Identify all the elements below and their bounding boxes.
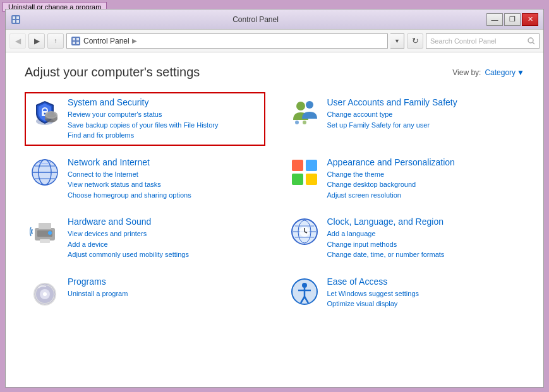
user-accounts-title[interactable]: User Accounts and Family Safety: [327, 97, 520, 107]
svg-point-19: [296, 102, 305, 110]
svg-rect-2: [16, 16, 19, 19]
panel-programs[interactable]: Programs Uninstall a program: [25, 271, 265, 314]
ease-access-link-2[interactable]: Optimize visual display: [327, 299, 520, 309]
hardware-link-1[interactable]: View devices and printers: [68, 229, 260, 239]
network-icon: [30, 157, 60, 187]
search-box[interactable]: Search Control Panel: [426, 33, 540, 49]
window-controls: — ❐ ✕: [486, 13, 538, 26]
clock-link-3[interactable]: Change date, time, or number formats: [327, 249, 520, 260]
ease-access-icon: [289, 276, 320, 307]
user-accounts-icon: [289, 97, 320, 128]
svg-point-18: [46, 112, 56, 117]
address-bar: ◀ ▶ ↑ Control Panel ▶ ▼ ↻ Search Control…: [6, 30, 543, 52]
panel-user-accounts[interactable]: User Accounts and Family Safety Change a…: [284, 92, 525, 146]
svg-rect-4: [16, 20, 19, 23]
control-panel-window: Control Panel — ❐ ✕ ◀ ▶ ↑ Control Panel …: [5, 9, 544, 388]
svg-point-56: [302, 283, 307, 288]
svg-rect-6: [73, 38, 75, 40]
refresh-button[interactable]: ↻: [407, 33, 423, 49]
appearance-link-3[interactable]: Adjust screen resolution: [327, 190, 520, 201]
ease-access-title[interactable]: Ease of Access: [327, 276, 520, 287]
appearance-icon: [289, 157, 320, 187]
system-security-title[interactable]: System and Security: [68, 97, 260, 107]
address-dropdown[interactable]: ▼: [390, 33, 404, 49]
svg-point-20: [306, 101, 313, 109]
svg-point-38: [48, 231, 52, 235]
hardware-title[interactable]: Hardware and Sound: [68, 217, 260, 227]
address-field[interactable]: Control Panel ▶: [66, 33, 388, 49]
window-title: Control Panel: [25, 15, 486, 24]
page-header: Adjust your computer's settings View by:…: [25, 65, 524, 80]
panel-network[interactable]: Network and Internet Connect to the Inte…: [25, 152, 265, 206]
page-title: Adjust your computer's settings: [25, 65, 200, 80]
clock-info: Clock, Language, and Region Add a langua…: [327, 217, 520, 260]
system-security-link-2[interactable]: Save backup copies of your files with Fi…: [68, 120, 260, 131]
address-path: Control Panel: [83, 37, 130, 45]
clock-link-2[interactable]: Change input methods: [327, 239, 520, 250]
system-security-icon: [30, 97, 60, 128]
network-title[interactable]: Network and Internet: [68, 157, 260, 167]
svg-rect-7: [76, 38, 79, 40]
system-security-link-1[interactable]: Review your computer's status: [68, 109, 260, 120]
hardware-info: Hardware and Sound View devices and prin…: [68, 217, 260, 260]
appearance-link-2[interactable]: Change desktop background: [327, 179, 520, 190]
minimize-button[interactable]: —: [486, 13, 503, 26]
svg-point-10: [528, 38, 533, 43]
programs-title[interactable]: Programs: [68, 276, 260, 287]
clock-link-1[interactable]: Add a language: [327, 229, 520, 239]
panel-system-security[interactable]: System and Security Review your computer…: [25, 92, 265, 146]
user-accounts-info: User Accounts and Family Safety Change a…: [327, 97, 520, 130]
title-bar: Control Panel — ❐ ✕: [6, 9, 543, 30]
svg-point-22: [303, 121, 306, 124]
appearance-title[interactable]: Appearance and Personalization: [327, 157, 520, 167]
network-link-1[interactable]: Connect to the Internet: [68, 169, 260, 180]
restore-button[interactable]: ❐: [504, 13, 521, 26]
system-security-info: System and Security Review your computer…: [68, 97, 260, 141]
svg-point-52: [43, 292, 47, 296]
up-button[interactable]: ↑: [47, 33, 64, 49]
window-icon: [11, 15, 21, 25]
address-separator: ▶: [132, 37, 137, 44]
svg-rect-37: [40, 239, 50, 243]
programs-info: Programs Uninstall a program: [68, 276, 260, 299]
panel-clock[interactable]: Clock, Language, and Region Add a langua…: [284, 211, 525, 265]
view-by-label: View by:: [452, 68, 481, 77]
svg-line-11: [533, 42, 534, 44]
user-accounts-link-2[interactable]: Set up Family Safety for any user: [327, 120, 520, 131]
close-button[interactable]: ✕: [522, 13, 538, 26]
forward-button[interactable]: ▶: [28, 33, 45, 49]
svg-rect-3: [13, 20, 15, 23]
content-area: Adjust your computer's settings View by:…: [6, 52, 543, 387]
network-info: Network and Internet Connect to the Inte…: [68, 157, 260, 201]
programs-link-1[interactable]: Uninstall a program: [68, 288, 260, 299]
ease-access-link-1[interactable]: Let Windows suggest settings: [327, 288, 520, 299]
appearance-info: Appearance and Personalization Change th…: [327, 157, 520, 201]
svg-rect-36: [39, 223, 51, 229]
hardware-link-2[interactable]: Add a device: [68, 239, 260, 250]
search-placeholder: Search Control Panel: [430, 37, 497, 45]
clock-icon: [289, 217, 320, 247]
svg-point-21: [295, 121, 299, 124]
user-accounts-link-1[interactable]: Change account type: [327, 109, 520, 120]
svg-rect-32: [292, 174, 303, 185]
hardware-link-3[interactable]: Adjust commonly used mobility settings: [68, 249, 260, 260]
panel-ease-access[interactable]: Ease of Access Let Windows suggest setti…: [284, 271, 525, 314]
svg-rect-31: [306, 160, 317, 171]
network-link-2[interactable]: View network status and tasks: [68, 179, 260, 190]
view-by-dropdown[interactable]: Category ▼: [485, 68, 524, 77]
svg-rect-33: [306, 174, 317, 185]
svg-rect-9: [76, 42, 79, 44]
appearance-link-1[interactable]: Change the theme: [327, 169, 520, 180]
network-link-3[interactable]: Choose homegroup and sharing options: [68, 190, 260, 201]
panel-appearance[interactable]: Appearance and Personalization Change th…: [284, 152, 525, 206]
programs-icon: [30, 276, 60, 307]
system-security-link-3[interactable]: Find and fix problems: [68, 130, 260, 141]
clock-title[interactable]: Clock, Language, and Region: [327, 217, 520, 227]
search-icon: [528, 37, 535, 45]
hardware-icon: [30, 217, 60, 247]
panel-hardware[interactable]: Hardware and Sound View devices and prin…: [25, 211, 265, 265]
back-button[interactable]: ◀: [9, 33, 26, 49]
svg-rect-30: [292, 160, 303, 171]
svg-rect-1: [13, 16, 15, 19]
svg-rect-8: [73, 42, 75, 44]
